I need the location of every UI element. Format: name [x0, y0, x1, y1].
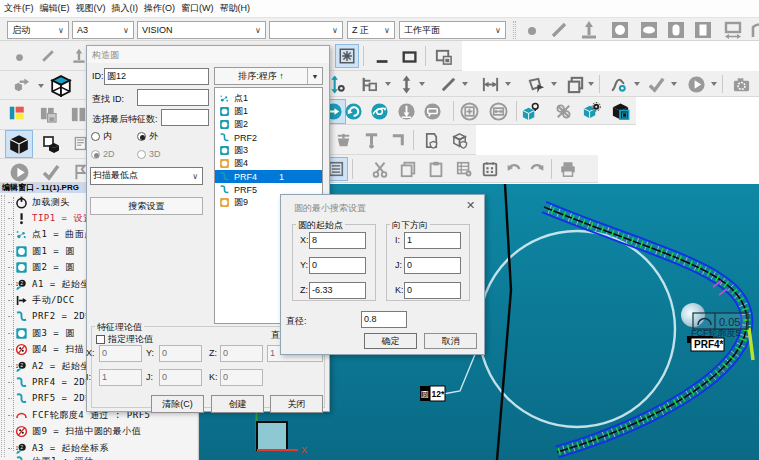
sort-header[interactable]: 排序:程序 ↑ ▼	[214, 67, 323, 85]
menu-item-6[interactable]: 帮助(H)	[217, 0, 254, 17]
value-input-j[interactable]: 0	[159, 369, 202, 386]
value-input-x[interactable]: 8	[309, 232, 366, 249]
toolbar-button-cube-bulb[interactable]	[518, 99, 543, 124]
combo-workplane[interactable]: 工作平面∨	[399, 21, 506, 39]
toolbar-button-layout-save[interactable]	[36, 102, 61, 127]
method-combo[interactable]: 扫描最低点∨	[90, 167, 203, 185]
feature-list-item-圆4[interactable]: 圆4	[215, 157, 322, 170]
toolbar-button-transform[interactable]	[523, 72, 548, 97]
radio-3d[interactable]: 3D	[137, 149, 161, 159]
toolbar-button-minimize-line[interactable]	[371, 45, 395, 69]
toolbar-button-camera[interactable]	[729, 72, 754, 97]
toolbar-button-window-restore[interactable]	[431, 44, 456, 69]
toolbar-button-copy[interactable]	[396, 157, 420, 181]
value-input-j[interactable]: 0	[404, 257, 461, 274]
toolbar-button-rect-outline[interactable]	[398, 45, 422, 69]
menu-item-0[interactable]: 文件(F)	[1, 0, 37, 17]
toolbar-button-datum-feature[interactable]	[578, 18, 600, 42]
id-input[interactable]: 圆12	[104, 68, 209, 85]
toolbar-button-feature-set[interactable]	[356, 72, 381, 97]
toolbar-button-notch-feature[interactable]	[748, 18, 759, 42]
toolbar-button-probe-t[interactable]	[359, 128, 384, 153]
toolbar-button-zoom-in-box[interactable]	[457, 99, 482, 124]
toolbar-button-grid-gear[interactable]	[452, 157, 476, 181]
toolbar-button-cube-shield[interactable]	[448, 128, 473, 153]
combo-view[interactable]: Z 正∨	[347, 21, 395, 39]
dropdown-arrow-icon[interactable]	[462, 82, 468, 86]
toolbar-button-square-feature[interactable]	[692, 18, 714, 42]
toolbar-button-point-gray[interactable]	[9, 47, 30, 68]
ok-button[interactable]: 确定	[364, 333, 417, 349]
circle-id-label[interactable]: 圆 12*	[420, 386, 445, 401]
clear-button[interactable]: 清除(C)	[151, 395, 204, 413]
toolbar-button-ellipse-feature[interactable]	[638, 18, 660, 42]
dropdown-arrow-icon[interactable]	[634, 82, 640, 86]
toolbar-gripper[interactable]	[513, 21, 516, 39]
last-feat-input[interactable]	[161, 109, 209, 126]
toolbar-button-path-gear[interactable]	[606, 72, 631, 97]
toolbar-button-undo[interactable]	[502, 157, 526, 181]
dropdown-arrow-icon[interactable]	[551, 82, 557, 86]
cancel-button[interactable]: 取消	[424, 333, 477, 349]
toolbar-button-printer[interactable]	[556, 157, 580, 181]
toolbar-button-check-gray[interactable]	[38, 159, 64, 185]
menu-item-2[interactable]: 视图(V)	[73, 0, 109, 17]
toolbar-button-copy-rect[interactable]	[563, 72, 588, 97]
prf-label[interactable]: PRF4*	[691, 338, 724, 351]
feature-list-item-圆2[interactable]: 圆2	[215, 118, 322, 131]
value-input-i[interactable]: 1	[99, 369, 142, 386]
menu-item-1[interactable]: 编辑(E)	[37, 0, 73, 17]
value-input-y[interactable]: 0	[309, 257, 366, 274]
toolbar-button-distance[interactable]	[478, 72, 503, 97]
modal-diameter-input[interactable]: 0.8	[361, 311, 407, 328]
combo-startup[interactable]: 启动∨	[7, 21, 69, 39]
toolbar-button-rotate-circle[interactable]	[341, 99, 366, 124]
toolbar-button-bent-arrow[interactable]	[386, 128, 411, 153]
toolbar-button-orbit-circle[interactable]	[367, 99, 392, 124]
toolbar-button-width-feature[interactable]	[722, 18, 744, 42]
toolbar-button-calendar[interactable]	[478, 157, 502, 181]
value-input-k[interactable]: 0	[404, 282, 461, 299]
toolbar-button-page-shield[interactable]	[419, 128, 444, 153]
toolbar-button-move-vertical[interactable]	[394, 72, 419, 97]
menu-item-3[interactable]: 插入(I)	[109, 0, 142, 17]
combo-tip[interactable]: ∨	[269, 21, 343, 39]
value-input-k[interactable]: 0	[220, 369, 263, 386]
create-button[interactable]: 创建	[211, 395, 264, 413]
toolbar-button-circle-feature[interactable]	[609, 18, 631, 42]
close-icon[interactable]: ✕	[466, 200, 476, 210]
toolbar-button-zoom-fit-box[interactable]	[486, 99, 511, 124]
radio-inner[interactable]: 内	[91, 130, 112, 143]
toolbar-button-label-probe[interactable]	[420, 99, 445, 124]
toolbar-button-slot-feature[interactable]	[665, 18, 687, 42]
close-button[interactable]: 关闭	[270, 395, 323, 413]
toolbar-button-line-gray[interactable]	[37, 45, 59, 67]
dropdown-arrow-icon[interactable]	[711, 82, 717, 86]
toolbar-button-cube-copy[interactable]	[38, 131, 64, 157]
toolbar-button-iso-view-cube[interactable]	[47, 72, 75, 100]
value-input-i[interactable]: 1	[404, 232, 461, 249]
toolbar-button-line-feature[interactable]	[548, 18, 570, 42]
feature-list-item-PRF2[interactable]: PRF2	[215, 131, 322, 144]
toolbar-button-graphic-window[interactable]	[335, 44, 359, 68]
toolbar-button-cube-view[interactable]	[608, 99, 633, 124]
value-input-y[interactable]: 0	[159, 345, 202, 362]
toolbar-button-line-slash[interactable]	[436, 72, 461, 97]
gdt-frame[interactable]: 0.05	[693, 313, 748, 329]
feature-list-item-点1[interactable]: 点1	[215, 92, 322, 105]
feature-list-item-圆3[interactable]: 圆3	[215, 144, 322, 157]
dropdown-arrow-icon[interactable]	[38, 84, 44, 88]
toolbar-button-paste[interactable]	[424, 157, 448, 181]
combo-axis[interactable]: A3∨	[72, 21, 134, 39]
menu-item-4[interactable]: 操作(O)	[141, 0, 178, 17]
toolbar-button-translate-part[interactable]	[9, 73, 34, 98]
value-input-z[interactable]: -6.33	[309, 282, 366, 299]
combo-probe[interactable]: VISION∨	[137, 21, 266, 39]
toolbar-button-redo[interactable]	[525, 157, 549, 181]
value-input-x[interactable]: 0	[99, 345, 142, 362]
dropdown-arrow-icon[interactable]	[588, 82, 594, 86]
find-id-input[interactable]	[137, 89, 209, 106]
toolbar-button-scissors[interactable]	[368, 157, 392, 181]
toolbar-button-play-circle-gray[interactable]	[6, 159, 33, 186]
toolbar-button-cube-gear[interactable]	[579, 99, 604, 124]
